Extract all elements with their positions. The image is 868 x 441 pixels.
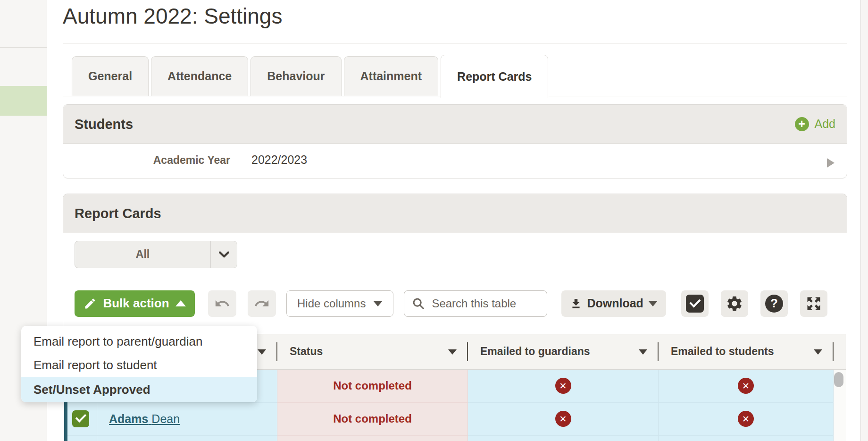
triangle-up-icon (175, 300, 186, 306)
download-label: Download (587, 297, 643, 310)
download-icon (570, 297, 582, 310)
tab-general[interactable]: General (72, 56, 149, 96)
menu-item-email-student[interactable]: Email report to student (21, 353, 257, 377)
students-panel-title: Students (75, 116, 133, 132)
scrollbar-gutter-cell (834, 436, 846, 441)
row-select-cell (64, 436, 97, 441)
gear-icon (726, 295, 743, 313)
menu-item-set-unset-approved[interactable]: Set/Unset Approved (21, 377, 257, 402)
menu-item-email-parent-guardian[interactable]: Email report to parent/guardian (21, 330, 257, 353)
chevron-down-icon[interactable] (210, 241, 237, 268)
select-checkbox-icon (686, 295, 704, 313)
fullscreen-icon (805, 295, 822, 312)
fullscreen-button[interactable] (800, 290, 827, 317)
sidebar-active-nav-item[interactable] (0, 86, 47, 116)
redo-button[interactable] (248, 290, 276, 317)
checkbox-checked-icon[interactable] (72, 410, 89, 427)
sort-caret-icon[interactable] (258, 349, 266, 355)
academic-year-value: 2022/2023 (251, 152, 307, 167)
status-cell: Not completed (277, 403, 468, 436)
not-emailed-icon: ✕ (555, 411, 571, 427)
bulk-action-button[interactable]: Bulk action (75, 290, 195, 317)
sort-caret-icon[interactable] (448, 349, 457, 355)
students-panel-header: Students + Add (63, 105, 847, 144)
hide-columns-button[interactable]: Hide columns (286, 290, 393, 317)
hide-columns-label: Hide columns (297, 297, 366, 310)
not-emailed-icon: ✕ (738, 378, 754, 394)
row-selected-bar (64, 436, 67, 441)
emailed-students-cell: ✕ (659, 403, 834, 436)
sort-caret-icon[interactable] (639, 349, 647, 355)
report-cards-panel: Report Cards All Bulk action (63, 194, 847, 441)
scrollbar-gutter-cell (834, 403, 846, 436)
column-header-emailed-students[interactable]: Emailed to students (659, 334, 834, 369)
add-button-label: Add (815, 117, 835, 131)
not-emailed-icon: ✕ (555, 378, 571, 394)
tab-behaviour[interactable]: Behaviour (250, 56, 341, 96)
redo-icon (254, 296, 270, 312)
undo-icon (214, 296, 230, 312)
report-filter-select[interactable]: All (75, 241, 237, 268)
report-filter-value: All (75, 241, 210, 268)
help-icon: ? (765, 295, 783, 313)
status-cell (277, 436, 468, 441)
sort-caret-icon[interactable] (814, 349, 822, 355)
tab-attendance[interactable]: Attendance (151, 56, 248, 96)
search-icon (412, 297, 425, 310)
table-row: Adams Dean Not completed ✕ ✕ (64, 403, 846, 436)
students-panel: Students + Add Academic Year 2022/2023 (63, 104, 847, 178)
table-toolbar: Bulk action Hide columns Download (63, 276, 847, 334)
column-header-status[interactable]: Status (277, 334, 468, 369)
settings-tab-bar: General Attendance Behaviour Attainment … (63, 56, 847, 96)
column-header-emailed-guardians[interactable]: Emailed to guardians (468, 334, 659, 369)
emailed-guardians-cell: ✕ (468, 370, 659, 403)
select-columns-button[interactable] (681, 290, 709, 317)
table-scrollbar-thumb[interactable] (834, 372, 843, 387)
title-divider (63, 43, 847, 43)
page-right-gutter (860, 0, 868, 441)
status-cell: Not completed (277, 370, 468, 403)
triangle-down-icon (648, 301, 658, 306)
emailed-students-cell (659, 436, 834, 441)
report-cards-filter-row: All (63, 233, 847, 276)
add-button[interactable]: + Add (795, 117, 835, 131)
help-button[interactable]: ? (760, 290, 788, 317)
table-search (404, 290, 547, 317)
report-cards-panel-header: Report Cards (63, 194, 847, 233)
student-name-cell (97, 436, 277, 441)
tab-report-cards[interactable]: Report Cards (441, 55, 548, 98)
bulk-action-label: Bulk action (103, 296, 169, 311)
download-button[interactable]: Download (561, 290, 666, 317)
row-selected-bar (64, 403, 67, 436)
table-settings-button[interactable] (721, 290, 748, 317)
emailed-students-cell: ✕ (659, 370, 834, 403)
page-title: Autumn 2022: Settings (63, 4, 847, 29)
emailed-guardians-cell: ✕ (468, 403, 659, 436)
emailed-guardians-cell (468, 436, 659, 441)
report-cards-panel-title: Report Cards (75, 205, 161, 221)
sidebar-divider (0, 47, 47, 48)
academic-year-label: Academic Year (75, 152, 230, 167)
tab-attainment[interactable]: Attainment (344, 56, 439, 96)
row-select-cell (64, 403, 97, 436)
not-emailed-icon: ✕ (738, 411, 754, 427)
student-link[interactable]: Adams Dean (109, 412, 180, 426)
bulk-action-menu: Email report to parent/guardian Email re… (21, 326, 257, 402)
pencil-icon (83, 297, 97, 310)
search-input[interactable] (432, 297, 519, 310)
plus-circle-icon: + (795, 117, 809, 131)
chevron-right-icon[interactable] (827, 158, 835, 168)
student-name-cell: Adams Dean (97, 403, 277, 436)
scrollbar-gutter-header (834, 334, 846, 369)
triangle-down-icon (373, 301, 383, 306)
table-row (64, 436, 846, 441)
academic-year-row[interactable]: Academic Year 2022/2023 (63, 144, 847, 178)
undo-button[interactable] (208, 290, 236, 317)
